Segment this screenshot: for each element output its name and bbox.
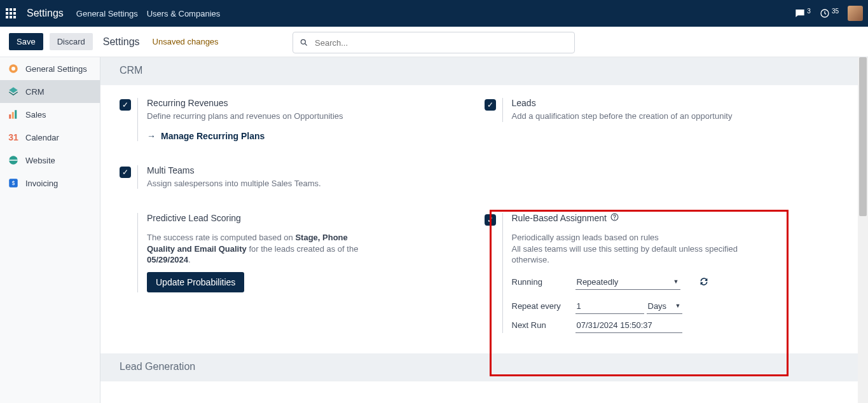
settings-grid: ✓ Recurring Revenues Define recurring pl… bbox=[100, 85, 868, 339]
sidebar-item-label: Website bbox=[25, 156, 55, 165]
card-desc: Add a qualification step before the crea… bbox=[512, 111, 733, 122]
sidebar-item-website[interactable]: Website bbox=[0, 149, 100, 172]
control-bar-left: Save Discard Settings Unsaved changes bbox=[0, 33, 219, 50]
update-probabilities-button[interactable]: Update Probabilities bbox=[147, 272, 244, 292]
refresh-icon[interactable] bbox=[699, 275, 708, 286]
activity-icon[interactable]: 35 bbox=[820, 8, 839, 18]
card-leads: ✓ Leads Add a qualification step before … bbox=[485, 92, 850, 147]
chevron-down-icon: ▼ bbox=[675, 303, 681, 309]
section-header-lead-generation: Lead Generation bbox=[100, 353, 868, 381]
search-box[interactable] bbox=[293, 32, 575, 53]
section-header-crm: CRM bbox=[100, 57, 868, 85]
checkbox-rule-based-assignment[interactable]: ✓ bbox=[485, 214, 496, 226]
save-button[interactable]: Save bbox=[9, 33, 43, 50]
sidebar-item-sales[interactable]: Sales bbox=[0, 103, 100, 126]
website-icon bbox=[8, 154, 19, 166]
card-empty bbox=[485, 159, 850, 196]
repeat-value-input[interactable] bbox=[575, 299, 644, 314]
card-desc: The success rate is computed based on St… bbox=[147, 232, 373, 266]
discard-button[interactable]: Discard bbox=[50, 33, 93, 50]
repeat-unit-select[interactable]: Days ▼ bbox=[647, 299, 682, 314]
search-wrap bbox=[293, 32, 575, 53]
checkbox-multi-teams[interactable]: ✓ bbox=[120, 167, 131, 178]
card-title: Rule-Based Assignment bbox=[512, 213, 607, 223]
nav-links: General Settings Users & Companies bbox=[76, 9, 220, 18]
status-unsaved: Unsaved changes bbox=[153, 37, 219, 46]
svg-text:$: $ bbox=[12, 181, 15, 186]
checkbox-recurring-revenues[interactable]: ✓ bbox=[120, 99, 131, 111]
main: General Settings CRM Sales 31 Calendar W… bbox=[0, 57, 868, 403]
running-label: Running bbox=[512, 275, 575, 287]
repeat-label: Repeat every bbox=[512, 299, 575, 312]
search-input[interactable] bbox=[315, 38, 568, 48]
checkbox-leads[interactable]: ✓ bbox=[485, 99, 496, 111]
next-run-label: Next Run bbox=[512, 318, 575, 330]
scrollbar-thumb[interactable] bbox=[859, 57, 867, 216]
breadcrumb-title: Settings bbox=[103, 36, 140, 48]
svg-point-3 bbox=[11, 67, 15, 71]
manage-recurring-plans-link[interactable]: → Manage Recurring Plans bbox=[147, 131, 343, 141]
scrollbar[interactable] bbox=[858, 57, 868, 403]
control-bar: Save Discard Settings Unsaved changes bbox=[0, 27, 868, 57]
svg-rect-6 bbox=[15, 110, 17, 119]
messaging-count: 3 bbox=[807, 8, 811, 15]
next-run-input[interactable] bbox=[575, 318, 682, 333]
content[interactable]: CRM ✓ Recurring Revenues Define recurrin… bbox=[100, 57, 868, 403]
card-title: Recurring Revenues bbox=[147, 98, 343, 108]
card-desc: Define recurring plans and revenues on O… bbox=[147, 111, 343, 122]
invoicing-icon: $ bbox=[8, 177, 19, 189]
top-navbar: Settings General Settings Users & Compan… bbox=[0, 0, 868, 27]
navlink-general-settings[interactable]: General Settings bbox=[76, 9, 138, 18]
apps-icon[interactable] bbox=[5, 8, 17, 19]
activity-count: 35 bbox=[832, 8, 839, 15]
running-value: Repeatedly bbox=[577, 277, 619, 287]
crm-icon bbox=[8, 86, 19, 97]
repeat-unit-value: Days bbox=[648, 301, 667, 311]
messaging-icon[interactable]: 3 bbox=[795, 8, 811, 18]
card-multi-teams: ✓ Multi Teams Assign salespersons into m… bbox=[120, 159, 485, 196]
sidebar-item-label: General Settings bbox=[25, 64, 87, 74]
nav-left: Settings General Settings Users & Compan… bbox=[5, 8, 220, 19]
chevron-down-icon: ▼ bbox=[673, 278, 679, 285]
running-select[interactable]: Repeatedly ▼ bbox=[575, 275, 680, 290]
card-desc: Assign salespersons into multiple Sales … bbox=[147, 178, 321, 189]
sidebar-item-crm[interactable]: CRM bbox=[0, 80, 100, 103]
navlink-users-companies[interactable]: Users & Companies bbox=[147, 9, 221, 18]
next-run-row: Next Run bbox=[512, 318, 757, 333]
card-title: Leads bbox=[512, 98, 733, 108]
help-icon[interactable] bbox=[610, 213, 619, 223]
settings-sidebar: General Settings CRM Sales 31 Calendar W… bbox=[0, 57, 100, 403]
card-rule-based-assignment: ✓ Rule-Based Assignment Periodically ass… bbox=[485, 207, 850, 339]
search-icon bbox=[300, 38, 308, 47]
svg-point-11 bbox=[614, 219, 615, 219]
app-title[interactable]: Settings bbox=[27, 8, 64, 19]
calendar-icon: 31 bbox=[8, 132, 19, 143]
card-desc-1: Periodically assign leads based on rules bbox=[512, 232, 757, 243]
arrow-right-icon: → bbox=[147, 131, 156, 141]
sidebar-item-label: Sales bbox=[25, 110, 46, 120]
sidebar-item-label: Calendar bbox=[25, 133, 59, 142]
sidebar-item-label: Invoicing bbox=[25, 179, 58, 188]
svg-point-1 bbox=[301, 39, 305, 44]
svg-rect-4 bbox=[9, 114, 11, 119]
sidebar-item-calendar[interactable]: 31 Calendar bbox=[0, 126, 100, 149]
sidebar-item-general-settings[interactable]: General Settings bbox=[0, 57, 100, 80]
card-predictive-lead-scoring: Predictive Lead Scoring The success rate… bbox=[120, 207, 485, 339]
running-row: Running Repeatedly ▼ bbox=[512, 275, 757, 290]
repeat-row: Repeat every Days ▼ bbox=[512, 299, 757, 314]
card-title: Multi Teams bbox=[147, 165, 321, 175]
gear-icon bbox=[8, 63, 19, 74]
sales-icon bbox=[8, 109, 19, 120]
link-label: Manage Recurring Plans bbox=[161, 131, 265, 141]
card-title: Predictive Lead Scoring bbox=[147, 213, 373, 223]
card-desc-2: All sales teams will use this setting by… bbox=[512, 243, 757, 266]
avatar[interactable] bbox=[848, 6, 863, 21]
sidebar-item-label: CRM bbox=[25, 87, 45, 97]
svg-rect-5 bbox=[12, 112, 14, 119]
sidebar-item-invoicing[interactable]: $ Invoicing bbox=[0, 172, 100, 195]
card-recurring-revenues: ✓ Recurring Revenues Define recurring pl… bbox=[120, 92, 485, 147]
nav-right: 3 35 bbox=[795, 6, 863, 21]
